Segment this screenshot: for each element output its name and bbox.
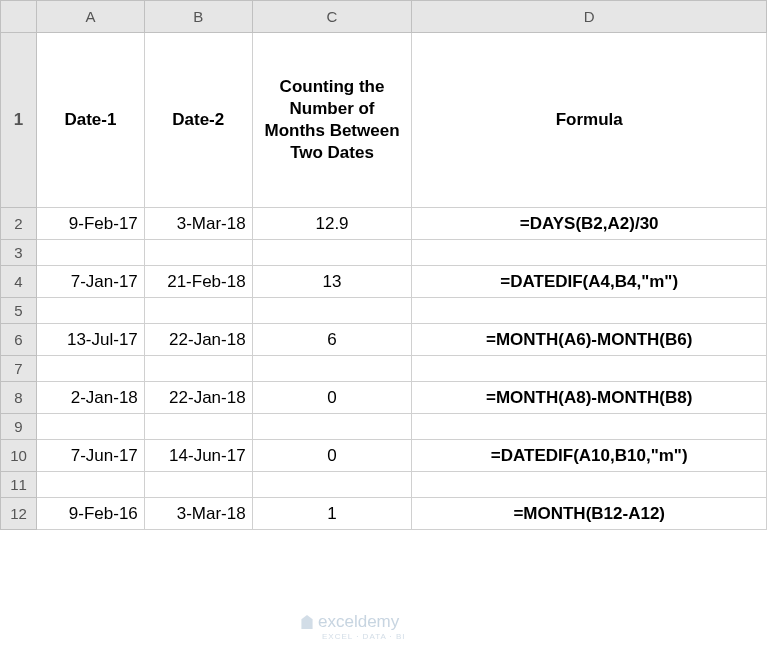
cell-c4[interactable]: 13 [252, 266, 412, 298]
header-formula[interactable]: Formula [412, 33, 767, 208]
cell-b11[interactable] [144, 472, 252, 498]
cell-b2[interactable]: 3-Mar-18 [144, 208, 252, 240]
cell-d5[interactable] [412, 298, 767, 324]
select-all-corner[interactable] [1, 1, 37, 33]
cell-a4[interactable]: 7-Jan-17 [36, 266, 144, 298]
row-header-4[interactable]: 4 [1, 266, 37, 298]
cell-a3[interactable] [36, 240, 144, 266]
table-row: 7 [1, 356, 767, 382]
cell-b8[interactable]: 22-Jan-18 [144, 382, 252, 414]
cell-a6[interactable]: 13-Jul-17 [36, 324, 144, 356]
table-row: 5 [1, 298, 767, 324]
table-row: 6 13-Jul-17 22-Jan-18 6 =MONTH(A6)-MONTH… [1, 324, 767, 356]
col-header-a[interactable]: A [36, 1, 144, 33]
cell-d3[interactable] [412, 240, 767, 266]
cell-a7[interactable] [36, 356, 144, 382]
cell-b9[interactable] [144, 414, 252, 440]
table-row: 12 9-Feb-16 3-Mar-18 1 =MONTH(B12-A12) [1, 498, 767, 530]
cell-c3[interactable] [252, 240, 412, 266]
column-header-row: A B C D [1, 1, 767, 33]
cell-a10[interactable]: 7-Jun-17 [36, 440, 144, 472]
row-header-7[interactable]: 7 [1, 356, 37, 382]
cell-d11[interactable] [412, 472, 767, 498]
row-header-8[interactable]: 8 [1, 382, 37, 414]
row-header-2[interactable]: 2 [1, 208, 37, 240]
cell-c7[interactable] [252, 356, 412, 382]
table-row: 3 [1, 240, 767, 266]
cell-c2[interactable]: 12.9 [252, 208, 412, 240]
header-months[interactable]: Counting the Number of Months Between Tw… [252, 33, 412, 208]
cell-d6[interactable]: =MONTH(A6)-MONTH(B6) [412, 324, 767, 356]
cell-c11[interactable] [252, 472, 412, 498]
row-header-6[interactable]: 6 [1, 324, 37, 356]
table-row: 11 [1, 472, 767, 498]
cell-d7[interactable] [412, 356, 767, 382]
col-header-b[interactable]: B [144, 1, 252, 33]
row-header-5[interactable]: 5 [1, 298, 37, 324]
cell-b6[interactable]: 22-Jan-18 [144, 324, 252, 356]
row-header-12[interactable]: 12 [1, 498, 37, 530]
header-date2[interactable]: Date-2 [144, 33, 252, 208]
cell-c5[interactable] [252, 298, 412, 324]
table-row: 9 [1, 414, 767, 440]
cell-d8[interactable]: =MONTH(A8)-MONTH(B8) [412, 382, 767, 414]
cell-b7[interactable] [144, 356, 252, 382]
cell-b12[interactable]: 3-Mar-18 [144, 498, 252, 530]
cell-d12[interactable]: =MONTH(B12-A12) [412, 498, 767, 530]
table-header-row: 1 Date-1 Date-2 Counting the Number of M… [1, 33, 767, 208]
cell-a9[interactable] [36, 414, 144, 440]
cell-a11[interactable] [36, 472, 144, 498]
table-row: 8 2-Jan-18 22-Jan-18 0 =MONTH(A8)-MONTH(… [1, 382, 767, 414]
row-header-1[interactable]: 1 [1, 33, 37, 208]
cell-c8[interactable]: 0 [252, 382, 412, 414]
table-row: 4 7-Jan-17 21-Feb-18 13 =DATEDIF(A4,B4,"… [1, 266, 767, 298]
cell-a5[interactable] [36, 298, 144, 324]
table-row: 2 9-Feb-17 3-Mar-18 12.9 =DAYS(B2,A2)/30 [1, 208, 767, 240]
cell-b5[interactable] [144, 298, 252, 324]
row-header-3[interactable]: 3 [1, 240, 37, 266]
spreadsheet-grid: A B C D 1 Date-1 Date-2 Counting the Num… [0, 0, 767, 530]
cell-d4[interactable]: =DATEDIF(A4,B4,"m") [412, 266, 767, 298]
cell-b10[interactable]: 14-Jun-17 [144, 440, 252, 472]
cell-d2[interactable]: =DAYS(B2,A2)/30 [412, 208, 767, 240]
cell-d10[interactable]: =DATEDIF(A10,B10,"m") [412, 440, 767, 472]
cell-a8[interactable]: 2-Jan-18 [36, 382, 144, 414]
cell-b4[interactable]: 21-Feb-18 [144, 266, 252, 298]
row-header-11[interactable]: 11 [1, 472, 37, 498]
cell-a2[interactable]: 9-Feb-17 [36, 208, 144, 240]
cell-c6[interactable]: 6 [252, 324, 412, 356]
cell-a12[interactable]: 9-Feb-16 [36, 498, 144, 530]
table-row: 10 7-Jun-17 14-Jun-17 0 =DATEDIF(A10,B10… [1, 440, 767, 472]
cell-c12[interactable]: 1 [252, 498, 412, 530]
cell-d9[interactable] [412, 414, 767, 440]
row-header-9[interactable]: 9 [1, 414, 37, 440]
header-date1[interactable]: Date-1 [36, 33, 144, 208]
col-header-d[interactable]: D [412, 1, 767, 33]
cell-c9[interactable] [252, 414, 412, 440]
col-header-c[interactable]: C [252, 1, 412, 33]
cell-b3[interactable] [144, 240, 252, 266]
cell-c10[interactable]: 0 [252, 440, 412, 472]
row-header-10[interactable]: 10 [1, 440, 37, 472]
